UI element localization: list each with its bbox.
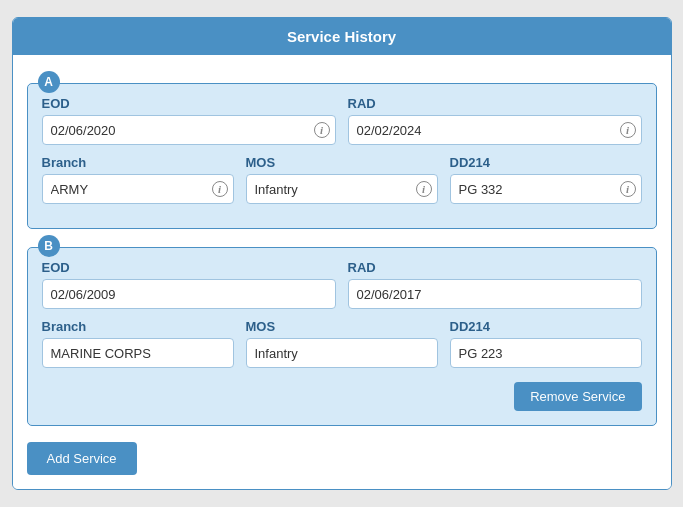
dd214-input-a[interactable] bbox=[450, 174, 642, 204]
dd214-wrapper-a: i bbox=[450, 174, 642, 204]
rad-wrapper-a: i bbox=[348, 115, 642, 145]
row-branch-mos-dd214-a: Branch i MOS i DD214 bbox=[42, 155, 642, 204]
rad-label-a: RAD bbox=[348, 96, 642, 111]
field-group-branch-b: Branch bbox=[42, 319, 234, 368]
mos-wrapper-b bbox=[246, 338, 438, 368]
eod-input-a[interactable] bbox=[42, 115, 336, 145]
rad-input-b[interactable] bbox=[348, 279, 642, 309]
field-group-dd214-b: DD214 bbox=[450, 319, 642, 368]
dd214-label-b: DD214 bbox=[450, 319, 642, 334]
row-eod-rad-b: EOD RAD bbox=[42, 260, 642, 309]
service-block-b: B EOD RAD Branch bbox=[27, 247, 657, 426]
mos-label-a: MOS bbox=[246, 155, 438, 170]
branch-info-icon-a[interactable]: i bbox=[212, 181, 228, 197]
dd214-wrapper-b bbox=[450, 338, 642, 368]
mos-input-a[interactable] bbox=[246, 174, 438, 204]
row-branch-mos-dd214-b: Branch MOS DD214 bbox=[42, 319, 642, 368]
field-group-branch-a: Branch i bbox=[42, 155, 234, 204]
branch-label-a: Branch bbox=[42, 155, 234, 170]
mos-input-b[interactable] bbox=[246, 338, 438, 368]
dd214-info-icon-a[interactable]: i bbox=[620, 181, 636, 197]
service-history-dialog: Service History A EOD i RAD i bbox=[12, 17, 672, 490]
field-group-mos-a: MOS i bbox=[246, 155, 438, 204]
branch-label-b: Branch bbox=[42, 319, 234, 334]
eod-label-a: EOD bbox=[42, 96, 336, 111]
field-group-eod-b: EOD bbox=[42, 260, 336, 309]
branch-wrapper-a: i bbox=[42, 174, 234, 204]
eod-wrapper-a: i bbox=[42, 115, 336, 145]
rad-info-icon-a[interactable]: i bbox=[620, 122, 636, 138]
dd214-input-b[interactable] bbox=[450, 338, 642, 368]
row-eod-rad-a: EOD i RAD i bbox=[42, 96, 642, 145]
block-label-a: A bbox=[38, 71, 60, 93]
field-group-mos-b: MOS bbox=[246, 319, 438, 368]
dd214-label-a: DD214 bbox=[450, 155, 642, 170]
dialog-title: Service History bbox=[13, 18, 671, 55]
mos-wrapper-a: i bbox=[246, 174, 438, 204]
branch-input-b[interactable] bbox=[42, 338, 234, 368]
branch-input-a[interactable] bbox=[42, 174, 234, 204]
field-group-eod-a: EOD i bbox=[42, 96, 336, 145]
mos-info-icon-a[interactable]: i bbox=[416, 181, 432, 197]
field-group-rad-b: RAD bbox=[348, 260, 642, 309]
field-group-dd214-a: DD214 i bbox=[450, 155, 642, 204]
block-label-b: B bbox=[38, 235, 60, 257]
field-group-rad-a: RAD i bbox=[348, 96, 642, 145]
branch-wrapper-b bbox=[42, 338, 234, 368]
remove-service-row: Remove Service bbox=[42, 378, 642, 411]
add-service-button[interactable]: Add Service bbox=[27, 442, 137, 475]
dialog-body: A EOD i RAD i bbox=[13, 55, 671, 489]
eod-wrapper-b bbox=[42, 279, 336, 309]
mos-label-b: MOS bbox=[246, 319, 438, 334]
eod-input-b[interactable] bbox=[42, 279, 336, 309]
rad-label-b: RAD bbox=[348, 260, 642, 275]
eod-info-icon-a[interactable]: i bbox=[314, 122, 330, 138]
service-block-a: A EOD i RAD i bbox=[27, 83, 657, 229]
rad-wrapper-b bbox=[348, 279, 642, 309]
eod-label-b: EOD bbox=[42, 260, 336, 275]
remove-service-button[interactable]: Remove Service bbox=[514, 382, 641, 411]
rad-input-a[interactable] bbox=[348, 115, 642, 145]
